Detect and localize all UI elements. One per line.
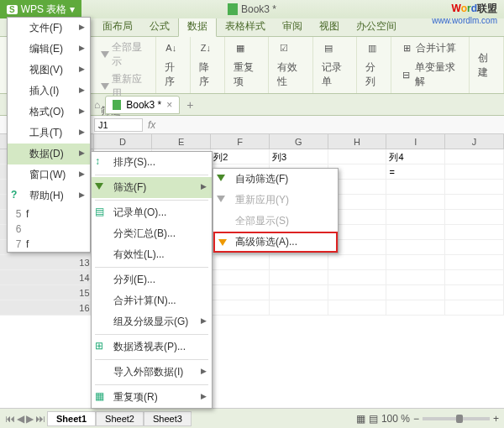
- cell[interactable]: [445, 149, 504, 164]
- menu-item-pivot[interactable]: ⊞数据透视表(P)...: [92, 337, 212, 358]
- row-header[interactable]: 14: [0, 270, 94, 284]
- solver-button[interactable]: ⊟单变量求解: [398, 59, 464, 91]
- cell[interactable]: [211, 270, 270, 284]
- cell[interactable]: [386, 300, 445, 315]
- cell[interactable]: [386, 225, 445, 239]
- menu-item-validity[interactable]: 有效性(L)...: [92, 244, 212, 265]
- menu-item-view[interactable]: 视图(V)▶: [8, 60, 90, 81]
- menu-item-tools[interactable]: 工具(T)▶: [8, 123, 90, 144]
- cell[interactable]: [386, 240, 445, 254]
- cell[interactable]: [211, 300, 270, 315]
- col-header[interactable]: J: [445, 134, 504, 149]
- col-header[interactable]: F: [211, 134, 270, 149]
- row-header[interactable]: 16: [0, 300, 94, 315]
- ribbon-tab-1[interactable]: 公式: [141, 17, 178, 36]
- menu-item-format[interactable]: 格式(O)▶: [8, 102, 90, 123]
- cell[interactable]: [445, 285, 504, 300]
- col-header[interactable]: G: [270, 134, 328, 149]
- menu-item-subtotal[interactable]: 分类汇总(B)...: [92, 223, 212, 244]
- cell[interactable]: [445, 300, 504, 315]
- ribbon-tab-6[interactable]: 办公空间: [348, 17, 405, 36]
- cell[interactable]: [270, 285, 328, 300]
- create-button[interactable]: 创建: [476, 50, 498, 81]
- cell[interactable]: 列2: [211, 149, 270, 164]
- menu-item-edit[interactable]: 编辑(E)▶: [8, 39, 90, 60]
- menu-item-autofilter[interactable]: 自动筛选(F): [213, 169, 338, 190]
- nav-last-icon[interactable]: ⏭: [35, 413, 45, 425]
- cell[interactable]: [445, 240, 504, 254]
- cell[interactable]: [328, 255, 387, 269]
- cell[interactable]: [386, 195, 445, 209]
- menu-item-group[interactable]: 组及分级显示(G)▶: [92, 311, 212, 332]
- cell[interactable]: [445, 270, 504, 284]
- cell[interactable]: 列3: [270, 149, 328, 164]
- menu-item-window[interactable]: 窗口(W)▶: [8, 164, 90, 185]
- sheet-tab[interactable]: Sheet1: [47, 411, 96, 426]
- cell[interactable]: [270, 270, 328, 284]
- split-button[interactable]: ▥: [364, 39, 386, 56]
- cell[interactable]: [211, 285, 270, 300]
- app-menu-button[interactable]: S WPS 表格 ▾: [0, 0, 81, 18]
- col-header[interactable]: H: [328, 134, 387, 149]
- duplicates-button[interactable]: ▦: [232, 39, 263, 56]
- close-tab-icon[interactable]: ×: [166, 99, 172, 111]
- view-normal-icon[interactable]: ▦: [356, 413, 365, 425]
- menu-item-file[interactable]: 文件(F)▶: [8, 18, 90, 39]
- validity-button[interactable]: ☑: [276, 39, 307, 56]
- sheet-tab[interactable]: Sheet2: [96, 411, 144, 426]
- document-tab[interactable]: Book3 * ×: [105, 96, 180, 114]
- cell[interactable]: [386, 180, 445, 194]
- name-box[interactable]: [94, 118, 143, 132]
- menu-item-repeat[interactable]: ▦重复项(R)▶: [92, 387, 212, 408]
- cell[interactable]: [445, 225, 504, 239]
- ribbon-tab-3[interactable]: 表格样式: [217, 17, 274, 36]
- show-all-button[interactable]: 全部显示: [99, 39, 150, 70]
- sort-asc-button[interactable]: A↓: [163, 39, 185, 56]
- cell[interactable]: [328, 300, 387, 315]
- fx-icon[interactable]: fx: [148, 119, 155, 131]
- col-header[interactable]: E: [152, 134, 211, 149]
- cell[interactable]: [386, 270, 445, 284]
- sheet-tab[interactable]: Sheet3: [144, 411, 192, 426]
- cell[interactable]: [270, 300, 328, 315]
- cell[interactable]: [445, 255, 504, 269]
- cell[interactable]: [386, 210, 445, 224]
- menu-item-data[interactable]: 数据(D)▶: [8, 144, 90, 164]
- row-header[interactable]: 13: [0, 255, 94, 269]
- add-tab-button[interactable]: +: [186, 98, 193, 112]
- zoom-out-icon[interactable]: −: [413, 413, 419, 425]
- cell[interactable]: [386, 285, 445, 300]
- col-header[interactable]: I: [386, 134, 445, 149]
- menu-item-help[interactable]: ?帮助(H)▶: [8, 185, 90, 206]
- cell[interactable]: [445, 164, 504, 179]
- nav-next-icon[interactable]: ▶: [26, 413, 34, 425]
- ribbon-tab-2[interactable]: 数据: [178, 16, 217, 37]
- zoom-in-icon[interactable]: +: [493, 413, 499, 425]
- zoom-slider[interactable]: [423, 417, 490, 420]
- nav-first-icon[interactable]: ⏮: [5, 413, 15, 425]
- cell[interactable]: [328, 270, 387, 284]
- home-icon[interactable]: ⌂: [94, 99, 100, 111]
- cell[interactable]: =: [386, 164, 445, 179]
- menu-item-import[interactable]: 导入外部数据(I)▶: [92, 362, 212, 383]
- nav-prev-icon[interactable]: ◀: [17, 413, 24, 425]
- zoom-control[interactable]: ▦ ▤ 100 % − +: [356, 413, 499, 425]
- menu-item-insert[interactable]: 插入(I)▶: [8, 81, 90, 102]
- view-page-icon[interactable]: ▤: [369, 413, 378, 425]
- cell[interactable]: [445, 180, 504, 194]
- cell[interactable]: [328, 285, 387, 300]
- consolidate-button[interactable]: ⊞合并计算: [398, 39, 464, 57]
- cell[interactable]: [386, 255, 445, 269]
- menu-item-split[interactable]: 分列(E)...: [92, 269, 212, 290]
- menu-item-consol[interactable]: 合并计算(N)...: [92, 290, 212, 311]
- cell[interactable]: [211, 255, 270, 269]
- sort-desc-button[interactable]: Z↓: [197, 39, 219, 56]
- col-header[interactable]: D: [94, 134, 153, 149]
- menu-item-sort[interactable]: ↕排序(S)...: [92, 152, 212, 173]
- cell[interactable]: [328, 149, 387, 164]
- ribbon-tab-0[interactable]: 面布局: [94, 17, 141, 36]
- cell[interactable]: [445, 195, 504, 209]
- cell[interactable]: 列4: [386, 149, 445, 164]
- row-header[interactable]: 15: [0, 285, 94, 300]
- ribbon-tab-5[interactable]: 视图: [311, 17, 348, 36]
